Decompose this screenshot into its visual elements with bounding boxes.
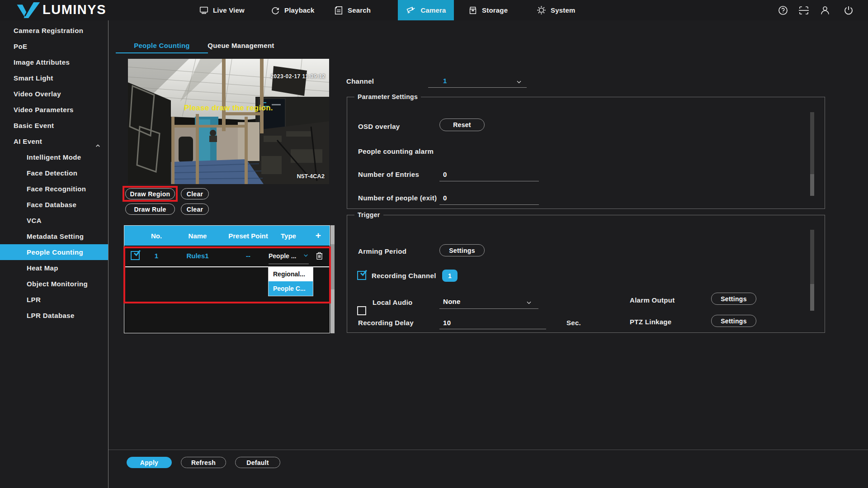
sidebar-item-label: Face Recognition: [27, 185, 86, 193]
alarm-output-settings-button[interactable]: Settings: [711, 293, 756, 305]
recording-channel-checkbox[interactable]: [357, 271, 366, 280]
add-rule-button[interactable]: +: [308, 230, 329, 241]
default-button[interactable]: Default: [235, 457, 280, 468]
sidebar-item-lpr-database[interactable]: LPR Database: [0, 308, 108, 323]
type-dropdown-menu: Regional... People C...: [268, 266, 313, 296]
row-checkbox[interactable]: [131, 251, 140, 260]
sidebar-item-label: Face Detection: [27, 169, 77, 177]
parameter-settings-scrollbar[interactable]: [810, 112, 814, 196]
nav-label: Search: [348, 6, 371, 14]
exit-input-underline: [439, 204, 539, 205]
local-audio-checkbox[interactable]: [357, 306, 366, 315]
table-scrollbar-thumb[interactable]: [330, 244, 335, 289]
sidebar-item-image-attributes[interactable]: Image Attributes: [0, 54, 108, 70]
brand-name: LUMINYS: [42, 2, 106, 17]
table-row[interactable]: 1 Rules1 -- People ...: [124, 246, 330, 267]
number-of-entries-input[interactable]: 0: [443, 171, 447, 178]
sidebar-item-label: Camera Registration: [14, 27, 83, 34]
search-doc-icon: [334, 5, 344, 15]
osd-overlay-label: OSD overlay: [358, 123, 400, 130]
footer-divider: [108, 450, 868, 450]
osd-reset-button[interactable]: Reset: [439, 118, 485, 131]
user-icon[interactable]: [819, 5, 831, 16]
sidebar-item-face-database[interactable]: Face Database: [0, 197, 108, 213]
recording-delay-label: Recording Delay: [358, 319, 414, 327]
ptz-linkage-label: PTZ Linkage: [630, 318, 671, 326]
scrollbar-thumb[interactable]: [810, 284, 814, 311]
sidebar-item-label: LPR Database: [27, 312, 75, 319]
local-audio-label: Local Audio: [373, 298, 413, 306]
sidebar-item-lpr[interactable]: LPR: [0, 292, 108, 308]
scrollbar-thumb[interactable]: [810, 174, 814, 196]
nav-label: Camera: [420, 6, 446, 14]
monitor-icon: [199, 5, 209, 15]
sidebar-item-heat-map[interactable]: Heat Map: [0, 260, 108, 276]
nav-item-system[interactable]: System: [530, 0, 582, 20]
refresh-button[interactable]: Refresh: [181, 457, 226, 468]
sidebar-item-poe[interactable]: PoE: [0, 38, 108, 54]
column-header-preset-point: Preset Point: [227, 232, 269, 240]
brand-logo-icon: [15, 2, 41, 18]
nav-label: Live View: [213, 6, 245, 14]
local-audio-select[interactable]: None: [439, 297, 538, 308]
channel-value: 1: [443, 77, 447, 85]
table-scrollbar[interactable]: [330, 225, 335, 333]
column-header-type: Type: [269, 232, 308, 240]
apply-button[interactable]: Apply: [127, 457, 172, 468]
recording-delay-underline: [439, 329, 546, 329]
sidebar-item-camera-registration[interactable]: Camera Registration: [0, 23, 108, 38]
tab-people-counting[interactable]: People Counting: [116, 40, 208, 52]
sidebar-item-label: Video Parameters: [14, 106, 74, 114]
camera-preview-canvas[interactable]: 2023-02-17 11:39:12 Please draw the regi…: [128, 59, 329, 184]
clear-rule-button[interactable]: Clear: [181, 204, 209, 215]
sidebar-item-people-counting[interactable]: People Counting: [0, 244, 108, 260]
sidebar-item-video-parameters[interactable]: Video Parameters: [0, 102, 108, 118]
nav-item-playback[interactable]: Playback: [264, 0, 321, 20]
nav-item-storage[interactable]: Storage: [462, 0, 514, 20]
row-type-value: People ...: [269, 252, 296, 260]
dropdown-option-people-counting[interactable]: People C...: [269, 281, 313, 296]
delete-row-trash-icon[interactable]: [315, 251, 324, 262]
recording-channel-1-chip[interactable]: 1: [442, 270, 458, 282]
draw-rule-button[interactable]: Draw Rule: [125, 204, 175, 215]
recording-delay-input[interactable]: 10: [443, 319, 451, 327]
sidebar-item-object-monitoring[interactable]: Object Monitoring: [0, 276, 108, 292]
nav-label: Storage: [482, 6, 508, 14]
trigger-scrollbar[interactable]: [810, 230, 814, 311]
sidebar-item-smart-light[interactable]: Smart Light: [0, 70, 108, 86]
nav-item-search[interactable]: Search: [327, 0, 377, 20]
scan-icon[interactable]: [798, 5, 810, 16]
draw-region-button[interactable]: Draw Region: [125, 188, 175, 199]
dropdown-option-regional[interactable]: Regional...: [269, 267, 313, 281]
sidebar-item-basic-event[interactable]: Basic Event: [0, 118, 108, 133]
top-bar: LUMINYS Live View Playback Search Camera…: [0, 0, 868, 20]
sidebar-item-label: Smart Light: [14, 74, 53, 82]
row-type-select[interactable]: People ...: [269, 252, 309, 260]
number-of-people-exit-input[interactable]: 0: [443, 194, 447, 202]
sidebar-item-face-detection[interactable]: Face Detection: [0, 165, 108, 181]
sidebar-item-metadata-setting[interactable]: Metadata Setting: [0, 228, 108, 244]
sidebar-item-face-recognition[interactable]: Face Recognition: [0, 181, 108, 197]
active-tab-underline: [116, 52, 208, 53]
arming-period-label: Arming Period: [358, 247, 406, 255]
power-icon[interactable]: [843, 5, 854, 16]
tab-queue-management[interactable]: Queue Management: [207, 40, 275, 52]
sidebar-item-ai-event[interactable]: AI Event: [0, 133, 108, 149]
sidebar-item-label: Video Overlay: [14, 90, 61, 98]
ptz-linkage-settings-button[interactable]: Settings: [711, 315, 756, 327]
sidebar-item-vca[interactable]: VCA: [0, 213, 108, 228]
sidebar-item-label: PoE: [14, 43, 27, 50]
arming-period-settings-button[interactable]: Settings: [439, 244, 485, 256]
sidebar-item-intelligent-mode[interactable]: Intelligent Mode: [0, 149, 108, 165]
nav-item-live-view[interactable]: Live View: [193, 0, 251, 20]
clear-region-button[interactable]: Clear: [181, 188, 209, 199]
sidebar-item-label: Basic Event: [14, 122, 54, 129]
channel-label: Channel: [346, 77, 374, 85]
help-icon[interactable]: [777, 5, 789, 16]
channel-select[interactable]: 1: [428, 76, 527, 88]
nav-item-camera[interactable]: Camera: [398, 0, 454, 20]
trigger-legend: Trigger: [354, 211, 383, 218]
parameter-settings-legend: Parameter Settings: [354, 93, 421, 100]
sidebar-item-video-overlay[interactable]: Video Overlay: [0, 86, 108, 102]
storage-box-icon: [468, 5, 478, 15]
